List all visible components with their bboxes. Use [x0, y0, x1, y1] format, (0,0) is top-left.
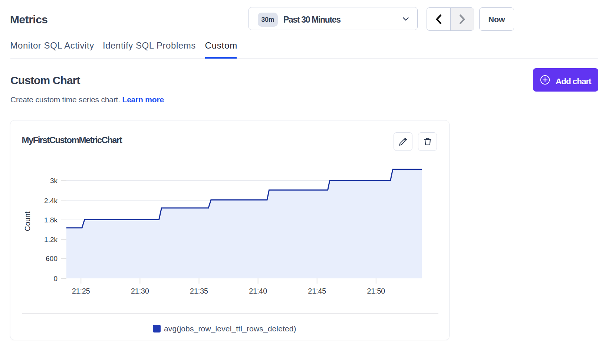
svg-text:21:45: 21:45	[308, 287, 326, 295]
svg-text:Count: Count	[23, 211, 32, 231]
svg-text:2.4k: 2.4k	[44, 197, 57, 205]
svg-text:21:50: 21:50	[367, 287, 385, 295]
svg-text:21:30: 21:30	[131, 287, 149, 295]
svg-text:3k: 3k	[50, 177, 58, 185]
svg-text:0: 0	[53, 275, 57, 282]
svg-text:21:35: 21:35	[190, 287, 208, 295]
svg-text:1.8k: 1.8k	[44, 216, 57, 224]
svg-text:21:40: 21:40	[249, 287, 267, 295]
svg-text:1.2k: 1.2k	[44, 236, 57, 244]
svg-text:600: 600	[46, 255, 57, 262]
svg-text:21:25: 21:25	[72, 287, 90, 295]
